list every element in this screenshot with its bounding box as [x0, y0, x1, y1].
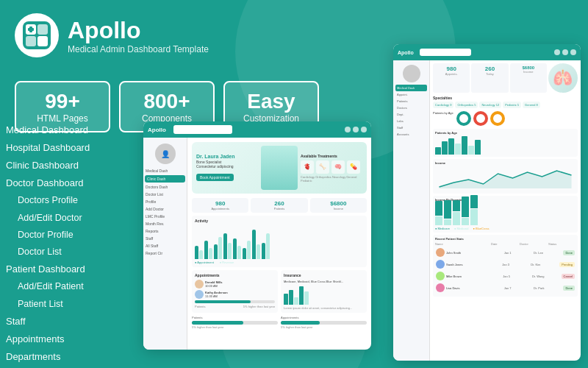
appt-item: Kathy Anderson 11:30 AM	[195, 290, 275, 299]
rp-icon-bell	[554, 49, 560, 55]
progress-pct: 5% higher than last year	[243, 305, 275, 308]
col-status: Status	[548, 242, 576, 246]
book-btn[interactable]: Book Appointment	[196, 174, 234, 181]
dept-bar-group	[470, 195, 478, 225]
lp-sidebar-clinic[interactable]: Clinic Dash	[145, 175, 185, 183]
nav-item-12[interactable]: Appointments	[0, 330, 143, 348]
nav-item-10[interactable]: Patient List	[0, 296, 143, 313]
rp-donuts-section: Patients by Age	[433, 111, 578, 126]
lp-search	[173, 125, 232, 134]
lp-sidebar-medical[interactable]: Medical Dash	[143, 167, 187, 174]
nav-item-2[interactable]: Clinic Dashboard	[0, 157, 143, 174]
doctor-img	[261, 146, 298, 190]
lp-activity-chart: Activity	[192, 216, 367, 267]
col-doctor: Doctor	[520, 242, 547, 246]
dept-bar-group	[453, 200, 460, 225]
insurance-text: Medicare, Medicaid, Blue Cross Blue Shie…	[284, 280, 364, 283]
lp-sidebar-report-center[interactable]: Report Ctr	[143, 250, 187, 257]
rp-patients-age-label: Patients by Age	[433, 111, 453, 126]
insurance-title: Insurance	[284, 273, 364, 277]
chart-bars	[195, 225, 364, 259]
logo-icon	[23, 21, 51, 49]
dept-bar	[470, 209, 478, 225]
bar	[257, 244, 260, 259]
dept-legend: ● Medicare ● Medicaid ● BlueCross	[435, 227, 576, 230]
rp-icons	[554, 49, 576, 55]
table-row: Lisa Davis Jan 7 Dr. Park Done	[435, 283, 576, 293]
lp-sidebar-staff[interactable]: Staff	[143, 235, 187, 242]
appointments-progress: Appointments 5% higher than last year	[281, 316, 367, 329]
header: Apollo Medical Admin Dashboard Template	[15, 13, 209, 57]
rp-sidebar-accounts[interactable]: Accounts	[395, 131, 427, 138]
lp-stats-row: 980 Appointments 260 Patients $6800 Inco…	[192, 198, 367, 213]
appt-text: Kathy Anderson 11:30 AM	[205, 291, 228, 298]
left-nav: Medical DashboardHospital DashboardClini…	[0, 121, 143, 368]
lp-sidebar-reports[interactable]: Reports	[143, 227, 187, 235]
nav-dot	[361, 127, 367, 132]
doctor-desc: Bone SpecialistConsectetur adipiscing	[196, 160, 258, 169]
nav-item-7[interactable]: Doctor List	[0, 244, 143, 261]
rp-sidebar-dept[interactable]: Dept.	[395, 111, 427, 118]
lp-sidebar-add[interactable]: Add Doctor	[143, 205, 187, 213]
lp-sidebar-doctorlist[interactable]: Doctor List	[143, 191, 187, 198]
rp-patient-table: Recent Patient Stats Name Date Doctor St…	[433, 235, 578, 297]
patient-status: Cancel	[562, 274, 575, 279]
lp-sidebar-lmc[interactable]: LMC Profile	[143, 213, 187, 220]
age-bar	[442, 141, 448, 155]
lp-sidebar-revenue[interactable]: Month Rev.	[143, 220, 187, 227]
lp-treats-section: Available Treatments 🫀 🦴 🧠 💊 Cardiology …	[301, 154, 362, 183]
lp-sidebar-doctors[interactable]: Doctors Dash	[143, 183, 187, 191]
svg-rect-2	[37, 24, 48, 35]
nav-item-1[interactable]: Hospital Dashboard	[0, 139, 143, 157]
appointments-title: Appointments	[195, 273, 275, 277]
bar	[223, 233, 227, 259]
patient-doctor: Dr. Lee	[534, 251, 562, 255]
bar	[247, 241, 251, 259]
lp-sidebar-allstaff[interactable]: All Staff	[143, 242, 187, 250]
nav-item-13[interactable]: Departments	[0, 348, 143, 366]
lp-banner: Dr. Laura Jaden Bone SpecialistConsectet…	[192, 142, 367, 194]
nav-item-11[interactable]: Staff	[0, 313, 143, 330]
nav-item-8[interactable]: Patient Dashboard	[0, 261, 143, 278]
progress-fill	[195, 300, 251, 303]
patient-status: Done	[563, 250, 575, 255]
progress-label-patients: Patients	[195, 305, 205, 308]
nav-item-9[interactable]: Add/Edit Patient	[0, 278, 143, 295]
bar-group	[223, 233, 232, 259]
header-text: Apollo Medical Admin Dashboard Template	[68, 17, 209, 54]
rp-logo-text: Apollo	[398, 50, 414, 55]
bar-group	[262, 233, 270, 259]
ins-bar	[284, 294, 288, 305]
patient-avatar	[436, 272, 445, 280]
dept-bar	[462, 218, 469, 225]
nav-item-0[interactable]: Medical Dashboard	[0, 121, 143, 139]
rp-sidebar-doctors[interactable]: Doctors	[395, 105, 427, 111]
rp-sidebar-appts[interactable]: Appoint.	[395, 91, 427, 98]
ins-bar	[289, 290, 293, 305]
nav-item-5[interactable]: Add/Edit Doctor	[0, 210, 143, 227]
rp-header: Apollo	[393, 44, 581, 60]
rp-sidebar-labs[interactable]: Labs	[395, 118, 427, 124]
ins-bar	[299, 286, 304, 305]
patient-avatar	[436, 248, 445, 257]
income-chart-title: Income	[435, 161, 576, 165]
nav-item-6[interactable]: Doctor Profile	[0, 227, 143, 244]
rp-sidebar-medical[interactable]: Medical Dash	[395, 85, 427, 91]
rp-age-chart: Patients by Age	[433, 129, 578, 157]
lp-avatar: 👤	[155, 144, 176, 164]
dept-bar	[470, 195, 478, 208]
lp-sidebar-profile[interactable]: Profile	[143, 198, 187, 205]
app-title: Apollo	[68, 17, 209, 44]
nav-item-4[interactable]: Doctors Profile	[0, 192, 143, 209]
stat-num-1: 800+	[137, 90, 197, 113]
stat-income-label: Income	[314, 207, 363, 210]
nav-item-3[interactable]: Doctor Dashboard	[0, 174, 143, 192]
rp-sidebar-patients[interactable]: Patients	[395, 98, 427, 105]
bar-group	[233, 238, 241, 259]
stat-income: $6800 Income	[310, 198, 367, 213]
bar	[204, 241, 208, 259]
rp-stat-n1: 980	[435, 66, 467, 72]
treat-general: 💊	[347, 160, 360, 174]
stat-patients: 260 Patients	[251, 198, 307, 213]
rp-sidebar-staff[interactable]: Staff	[395, 124, 427, 131]
